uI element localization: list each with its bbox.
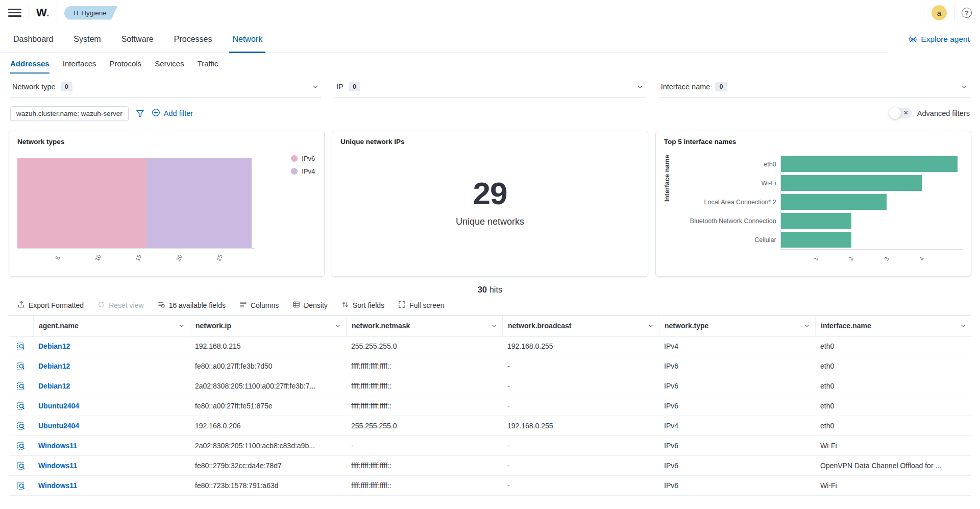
bar-cellular[interactable]	[781, 232, 851, 248]
x-tick: 20	[175, 254, 183, 262]
advanced-filters-label: Advanced filters	[917, 109, 970, 117]
add-filter-button[interactable]: Add filter	[152, 108, 193, 118]
table-cell: IPv6	[659, 476, 815, 495]
stack-segment-ipv4[interactable]	[146, 158, 252, 248]
inspect-row-icon[interactable]	[9, 336, 33, 356]
agent-name-link[interactable]: Windows11	[33, 456, 190, 475]
inspect-row-icon[interactable]	[9, 376, 33, 396]
fullscreen-icon	[398, 301, 406, 310]
bar-bluetooth-network-connection[interactable]	[781, 213, 851, 229]
chevron-down-icon[interactable]	[960, 323, 966, 329]
x-tick: 3	[883, 256, 890, 262]
wazuh-logo[interactable]: W.	[36, 6, 50, 19]
ip-select[interactable]: IP 0	[334, 76, 645, 98]
inspect-row-icon[interactable]	[9, 356, 33, 376]
inspect-row-icon[interactable]	[9, 396, 33, 416]
table-cell: eth0	[815, 336, 971, 356]
header-network-type[interactable]: network.type	[659, 316, 815, 336]
stack-segment-ipv6[interactable]	[17, 158, 146, 248]
table-cell: ffff:ffff:ffff:ffff::	[346, 456, 502, 475]
header-network-netmask[interactable]: network.netmask	[346, 316, 502, 336]
x-tick: 5	[54, 255, 61, 261]
bar-eth0[interactable]	[781, 156, 958, 172]
bar-row: Local Area Connection* 2	[781, 192, 963, 211]
x-axis-ticks: 510152025	[17, 249, 255, 267]
table-cell: eth0	[815, 416, 971, 435]
hits-count: 30 hits	[0, 285, 980, 295]
inspect-row-icon[interactable]	[9, 436, 33, 455]
full-screen-button[interactable]: Full screen	[398, 301, 444, 310]
tab-processes[interactable]: Processes	[171, 26, 215, 53]
agent-name-link[interactable]: Ubuntu2404	[33, 396, 190, 416]
chevron-down-icon	[312, 83, 319, 90]
subtab-protocols[interactable]: Protocols	[110, 53, 142, 74]
density-button[interactable]: Density	[292, 301, 328, 310]
available-fields-button[interactable]: 16 available fields	[158, 301, 226, 310]
explore-agent-button[interactable]: Explore agent	[909, 26, 970, 53]
tab-system[interactable]: System	[70, 26, 104, 53]
network-type-select[interactable]: Network type 0	[10, 76, 321, 98]
subtab-addresses[interactable]: Addresses	[10, 53, 50, 74]
bar-wi-fi[interactable]	[781, 175, 922, 191]
table-header: agent.name network.ip network.netmask ne…	[9, 315, 971, 336]
help-icon[interactable]: ?	[962, 8, 972, 18]
table-cell: fe80::279b:32cc:da4e:78d7	[190, 456, 346, 475]
header-interface-name[interactable]: interface.name	[815, 316, 971, 336]
filter-selects: Network type 0 IP 0 Interface name 0	[10, 76, 970, 98]
interface-name-select[interactable]: Interface name 0	[659, 76, 970, 98]
divider	[57, 5, 57, 21]
tab-network[interactable]: Network	[229, 26, 265, 53]
sort-fields-button[interactable]: Sort fields	[341, 301, 384, 310]
export-formatted-button[interactable]: Export Formatted	[17, 301, 84, 310]
inspect-row-icon[interactable]	[9, 456, 33, 475]
filter-pill[interactable]: wazuh.cluster.name: wazuh-server	[10, 106, 129, 121]
chevron-down-icon[interactable]	[179, 323, 185, 329]
table-cell: ffff:ffff:ffff:ffff::	[346, 376, 502, 396]
agent-name-link[interactable]: Windows11	[33, 476, 190, 495]
chevron-down-icon[interactable]	[804, 323, 810, 329]
agent-name-link[interactable]: Windows11	[33, 436, 190, 455]
subtab-interfaces[interactable]: Interfaces	[63, 53, 96, 74]
inspect-row-icon[interactable]	[9, 476, 33, 495]
advanced-filters-toggle[interactable]: ✕	[890, 108, 912, 118]
chevron-down-icon[interactable]	[491, 323, 497, 329]
subtab-traffic[interactable]: Traffic	[198, 53, 218, 74]
filter-funnel-icon[interactable]	[136, 109, 144, 118]
tab-dashboard[interactable]: Dashboard	[10, 26, 56, 53]
table-cell: 192.168.0.255	[502, 416, 659, 435]
table-cell: IPv6	[659, 436, 815, 455]
header-network-broadcast[interactable]: network.broadcast	[502, 316, 659, 336]
menu-icon[interactable]	[8, 6, 21, 19]
header-network-ip[interactable]: network.ip	[190, 316, 346, 336]
bar-local-area-connection-2[interactable]	[781, 194, 887, 210]
breadcrumb[interactable]: IT Hygiene	[64, 6, 118, 20]
agent-name-link[interactable]: Debian12	[33, 336, 190, 356]
agent-name-link[interactable]: Debian12	[33, 376, 190, 396]
columns-button[interactable]: Columns	[239, 301, 279, 310]
reset-view-button[interactable]: Reset view	[97, 301, 143, 310]
table-cell: fe80::a00:27ff:fe3b:7d50	[190, 356, 346, 376]
table-cell: -	[346, 436, 502, 455]
agent-name-link[interactable]: Ubuntu2404	[33, 416, 190, 435]
inspect-row-icon[interactable]	[9, 416, 33, 435]
fields-list-icon	[158, 301, 165, 310]
subtab-services[interactable]: Services	[155, 53, 184, 74]
table-cell: IPv4	[659, 416, 815, 435]
plus-circle-icon	[152, 108, 160, 118]
agent-name-link[interactable]: Debian12	[33, 356, 190, 376]
horizontal-bar-chart: Interface name eth0Wi-FiLocal Area Conne…	[664, 155, 963, 266]
tab-software[interactable]: Software	[118, 26, 157, 53]
chevron-down-icon[interactable]	[335, 323, 341, 329]
header-agent-name[interactable]: agent.name	[33, 316, 190, 336]
table-cell: eth0	[815, 396, 971, 416]
legend-item-ipv6[interactable]: IPv6	[291, 155, 315, 162]
avatar[interactable]: a	[932, 5, 947, 20]
table-cell: 255.255.255.0	[346, 416, 502, 435]
chevron-down-icon[interactable]	[648, 323, 654, 329]
table-row: Debian12192.168.0.215255.255.255.0192.16…	[9, 336, 971, 356]
table-row: Ubuntu2404192.168.0.206255.255.255.0192.…	[9, 416, 971, 436]
category-label: Wi-Fi	[762, 180, 776, 187]
bar-row: Wi-Fi	[781, 174, 963, 192]
y-axis-title: Interface name	[663, 155, 671, 202]
legend-item-ipv4[interactable]: IPv4	[291, 167, 315, 175]
